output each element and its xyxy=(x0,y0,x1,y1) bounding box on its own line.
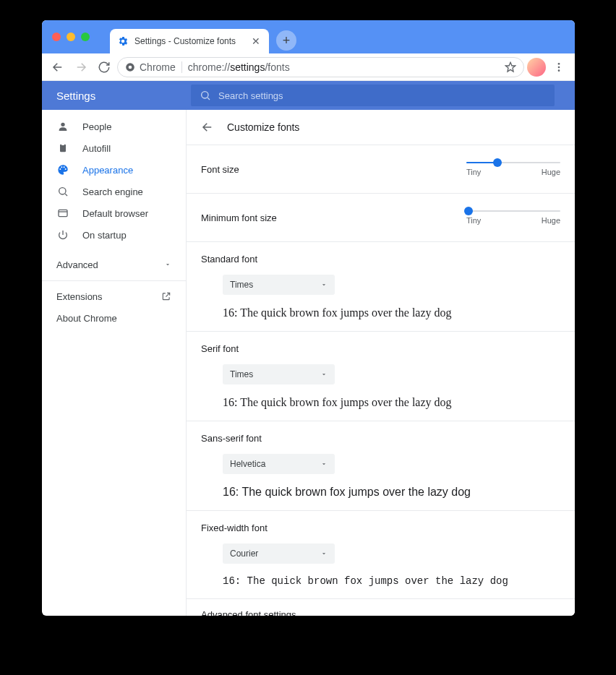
browser-toolbar: Chrome chrome://settings/fonts xyxy=(42,53,575,81)
sidebar-item-label: People xyxy=(82,121,111,132)
address-bar[interactable]: Chrome chrome://settings/fonts xyxy=(117,57,524,77)
sidebar-item-default-browser[interactable]: Default browser xyxy=(42,202,186,224)
advanced-font-settings-link[interactable]: Advanced font settings Requires extensio… xyxy=(187,598,575,616)
sidebar-advanced-toggle[interactable]: Advanced xyxy=(42,253,186,276)
standard-font-title: Standard font xyxy=(201,254,560,265)
close-window-button[interactable] xyxy=(52,33,61,41)
menu-button[interactable] xyxy=(549,57,569,77)
chrome-icon xyxy=(125,62,135,72)
browser-icon xyxy=(56,207,69,219)
person-icon xyxy=(56,121,69,132)
svg-rect-8 xyxy=(61,143,64,145)
settings-brand: Settings xyxy=(42,90,187,102)
sidebar-item-on-startup[interactable]: On startup xyxy=(42,224,186,246)
svg-rect-7 xyxy=(60,145,66,152)
slider-thumb[interactable] xyxy=(493,158,502,167)
omnibox-separator xyxy=(181,61,182,73)
page-title: Customize fonts xyxy=(227,121,299,133)
sidebar-item-search-engine[interactable]: Search engine xyxy=(42,181,186,202)
standard-font-group: Standard font Times 16: The quick brown … xyxy=(187,241,575,331)
url-text: chrome://settings/fonts xyxy=(188,61,290,73)
fixed-width-font-sample: 16: The quick brown fox jumps over the l… xyxy=(223,575,560,587)
standard-font-sample: 16: The quick brown fox jumps over the l… xyxy=(223,306,560,319)
sidebar-item-label: Appearance xyxy=(82,165,133,176)
sidebar-item-label: Search engine xyxy=(82,186,143,197)
page-header: Customize fonts xyxy=(187,110,575,145)
browser-window: Settings - Customize fonts ✕ + Chrome ch… xyxy=(42,20,575,616)
settings-sidebar: People Autofill Appearance Search engine… xyxy=(42,110,187,616)
settings-gear-icon xyxy=(117,35,129,47)
sidebar-item-label: Default browser xyxy=(82,208,148,219)
sidebar-advanced-label: Advanced xyxy=(56,259,98,270)
svg-point-9 xyxy=(59,188,66,194)
sans-serif-font-sample: 16: The quick brown fox jumps over the l… xyxy=(223,486,560,499)
min-font-size-slider[interactable]: TinyHuge xyxy=(466,210,560,225)
back-arrow-icon[interactable] xyxy=(201,121,214,134)
chevron-down-icon xyxy=(164,261,171,268)
slider-thumb[interactable] xyxy=(464,207,473,215)
slider-min-label: Tiny xyxy=(466,216,481,225)
reload-button[interactable] xyxy=(94,57,114,77)
select-value: Times xyxy=(230,369,253,379)
min-font-size-row: Minimum font size TinyHuge xyxy=(187,193,575,241)
settings-body: People Autofill Appearance Search engine… xyxy=(42,110,575,616)
fixed-width-font-select[interactable]: Courier xyxy=(223,543,335,564)
fixed-width-font-group: Fixed-width font Courier 16: The quick b… xyxy=(187,510,575,598)
minimize-window-button[interactable] xyxy=(67,33,75,41)
external-link-icon xyxy=(161,291,171,301)
palette-icon xyxy=(56,164,69,176)
new-tab-button[interactable]: + xyxy=(276,30,296,51)
sidebar-item-people[interactable]: People xyxy=(42,116,186,137)
standard-font-select[interactable]: Times xyxy=(223,275,335,295)
svg-point-4 xyxy=(558,69,560,72)
slider-min-label: Tiny xyxy=(466,168,481,176)
serif-font-group: Serif font Times 16: The quick brown fox… xyxy=(187,331,575,421)
sidebar-divider xyxy=(42,280,186,281)
svg-point-2 xyxy=(558,63,560,65)
power-icon xyxy=(56,229,69,241)
svg-point-1 xyxy=(129,65,132,69)
external-link-icon xyxy=(549,615,560,616)
profile-avatar[interactable] xyxy=(527,58,546,77)
select-value: Helvetica xyxy=(230,459,265,469)
chevron-down-icon xyxy=(320,371,328,378)
sidebar-about-label: About Chrome xyxy=(56,313,117,324)
serif-font-title: Serif font xyxy=(201,343,560,354)
select-value: Times xyxy=(230,280,253,290)
fixed-width-font-title: Fixed-width font xyxy=(201,523,560,533)
back-button[interactable] xyxy=(48,57,68,77)
sidebar-item-autofill[interactable]: Autofill xyxy=(42,137,186,159)
bookmark-star-icon[interactable] xyxy=(505,61,516,73)
forward-button xyxy=(71,57,91,77)
min-font-size-label: Minimum font size xyxy=(201,212,277,223)
search-icon xyxy=(200,90,211,101)
font-size-slider[interactable]: TinyHuge xyxy=(466,162,560,176)
search-placeholder: Search settings xyxy=(218,90,283,101)
maximize-window-button[interactable] xyxy=(81,33,90,41)
settings-header: Settings Search settings xyxy=(42,81,575,110)
sidebar-item-appearance[interactable]: Appearance xyxy=(42,159,186,181)
sans-serif-font-select[interactable]: Helvetica xyxy=(223,454,335,474)
settings-content: Customize fonts Font size TinyHuge xyxy=(187,110,575,616)
tab-title: Settings - Customize fonts xyxy=(134,36,250,46)
close-tab-icon[interactable]: ✕ xyxy=(250,35,262,47)
site-identity: Chrome xyxy=(125,61,176,73)
font-size-row: Font size TinyHuge xyxy=(187,145,575,193)
settings-search-input[interactable]: Search settings xyxy=(191,85,555,106)
browser-tab[interactable]: Settings - Customize fonts ✕ xyxy=(110,29,269,53)
sidebar-extensions[interactable]: Extensions xyxy=(42,285,186,307)
search-icon xyxy=(56,186,69,197)
slider-max-label: Huge xyxy=(542,168,560,176)
svg-point-3 xyxy=(558,66,560,68)
sans-serif-font-group: Sans-serif font Helvetica 16: The quick … xyxy=(187,421,575,510)
chevron-down-icon xyxy=(320,460,328,468)
sidebar-about-chrome[interactable]: About Chrome xyxy=(42,307,186,329)
advanced-font-settings-title: Advanced font settings xyxy=(201,609,386,616)
serif-font-sample: 16: The quick brown fox jumps over the l… xyxy=(223,396,560,409)
svg-point-6 xyxy=(61,123,64,126)
site-identity-label: Chrome xyxy=(140,61,176,73)
tab-strip: Settings - Customize fonts ✕ + xyxy=(42,20,575,53)
select-value: Courier xyxy=(230,549,258,559)
chevron-down-icon xyxy=(320,281,328,288)
serif-font-select[interactable]: Times xyxy=(223,364,335,384)
